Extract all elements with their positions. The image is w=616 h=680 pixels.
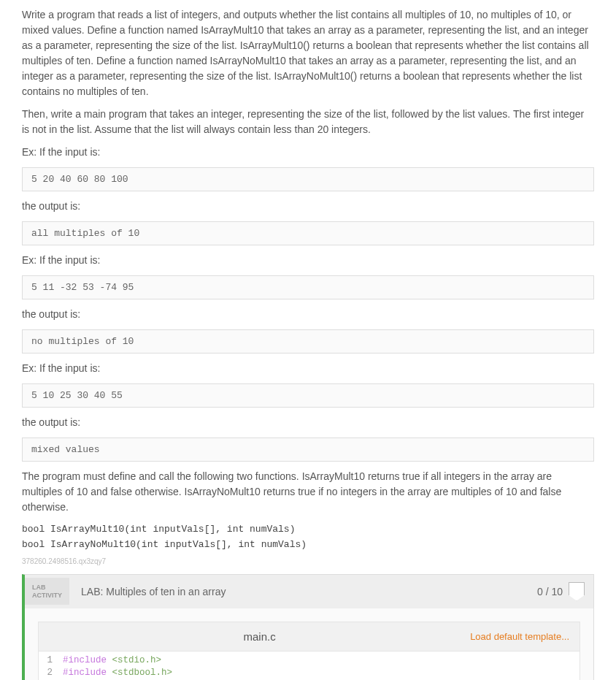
output-label-3: the output is: [22,415,594,430]
functions-desc: The program must define and call the fol… [22,469,594,515]
code-area[interactable]: #include <stdio.h>#include <stdbool.h>/*… [58,652,419,680]
lab-title: LAB: Multiples of ten in an array [69,586,537,597]
example-label-2: Ex: If the input is: [22,253,594,268]
problem-intro: Write a program that reads a list of int… [22,7,594,99]
lab-score: 0 / 10 [537,586,569,597]
code-editor[interactable]: 123456789101112 #include <stdio.h>#inclu… [38,651,580,680]
load-default-template-link[interactable]: Load default template... [470,631,569,642]
output-label-1: the output is: [22,199,594,214]
signature-2: bool IsArrayNoMult10(int inputVals[], in… [22,538,594,553]
lab-badge-line2: ACTIVITY [32,592,62,600]
code-line[interactable]: #include <stdio.h> [63,654,419,667]
output-label-2: the output is: [22,307,594,322]
example-output-2: no multiples of 10 [22,329,594,354]
example-label-3: Ex: If the input is: [22,361,594,376]
lab-badge-line1: LAB [32,584,62,592]
code-line[interactable]: #include <stdbool.h> [63,667,419,679]
example-output-3: mixed values [22,438,594,462]
question-id: 378260.2498516.qx3zqy7 [22,557,594,565]
file-name: main.c [49,630,470,643]
lab-activity-card: LAB ACTIVITY LAB: Multiples of ten in an… [22,574,594,680]
example-input-3: 5 10 25 30 40 55 [22,383,594,408]
example-input-2: 5 11 -32 53 -74 95 [22,275,594,299]
file-bar: main.c Load default template... [38,622,580,651]
shield-icon [569,582,585,601]
line-number-gutter: 123456789101112 [39,652,58,680]
example-output-1: all multiples of 10 [22,221,594,245]
problem-main-desc: Then, write a main program that takes an… [22,107,594,137]
example-label-1: Ex: If the input is: [22,145,594,160]
signature-1: bool IsArrayMult10(int inputVals[], int … [22,522,594,538]
example-input-1: 5 20 40 60 80 100 [22,167,594,191]
lab-header: LAB ACTIVITY LAB: Multiples of ten in an… [25,575,593,608]
lab-badge: LAB ACTIVITY [25,578,69,605]
